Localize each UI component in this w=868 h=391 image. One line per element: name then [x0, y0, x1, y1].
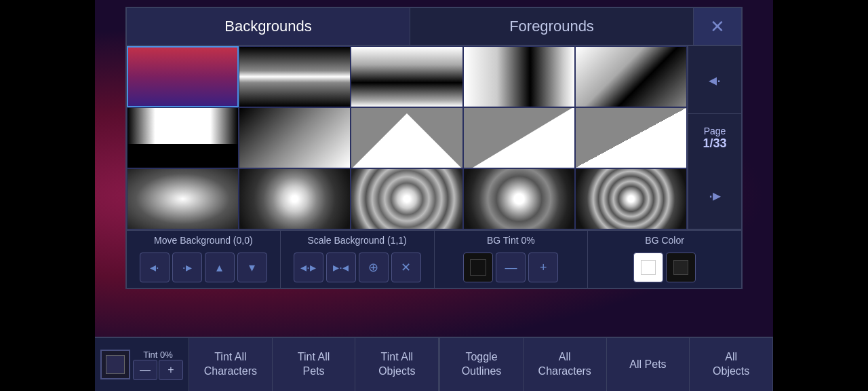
grid-cell-8[interactable]: [463, 107, 575, 168]
grid-side-nav: ◂· Page 1/33 ·▸: [687, 46, 741, 229]
bottom-tint-color-button[interactable]: [100, 350, 130, 379]
controls-section: Move Background (0,0) ◂· ·▸ ▴ ▾ Scale Ba…: [125, 231, 743, 289]
move-bg-label: Move Background (0,0): [151, 231, 256, 250]
tint-increase-button[interactable]: +: [528, 253, 558, 282]
tint-all-pets-button[interactable]: Tint AllPets: [273, 338, 356, 391]
scale-bg-label: Scale Background (1,1): [304, 231, 409, 250]
prev-page-button[interactable]: ◂·: [688, 46, 741, 114]
page-indicator: Page 1/33: [703, 114, 726, 162]
grid-cell-12[interactable]: [351, 168, 462, 229]
tint-all-characters-button[interactable]: Tint AllCharacters: [189, 338, 273, 391]
bg-tint-buttons: — +: [458, 250, 564, 288]
all-objects-button[interactable]: AllObjects: [690, 338, 773, 391]
all-characters-button[interactable]: AllCharacters: [524, 338, 607, 391]
grid-cell-7[interactable]: [351, 107, 462, 168]
bottom-tint-increase[interactable]: +: [159, 360, 183, 380]
scale-h-expand-button[interactable]: ◂·▸: [294, 253, 323, 282]
close-button[interactable]: ✕: [694, 8, 741, 45]
bottom-bar: Tint 0% — + Tint AllCharacters Tint AllP…: [95, 337, 773, 391]
bottom-tint-decrease[interactable]: —: [133, 360, 157, 380]
next-page-button[interactable]: ·▸: [688, 162, 741, 229]
grid-cell-9[interactable]: [575, 107, 687, 168]
scale-bg-buttons: ◂·▸ ▸·◂ ⊕ ✕: [288, 250, 427, 288]
grid-cell-5[interactable]: [127, 107, 239, 168]
background-grid: [127, 46, 687, 229]
tab-bar: Backgrounds Foregrounds ✕: [125, 7, 743, 46]
bg-color-white-swatch[interactable]: [633, 253, 663, 282]
scale-v-button[interactable]: ⊕: [359, 253, 389, 282]
main-panel: Backgrounds Foregrounds ✕: [125, 7, 743, 289]
grid-cell-2[interactable]: [351, 46, 462, 107]
toggle-outlines-button[interactable]: ToggleOutlines: [440, 338, 524, 391]
grid-section: ◂· Page 1/33 ·▸: [125, 46, 743, 231]
bg-tint-label: BG Tint 0%: [484, 231, 538, 250]
grid-cell-4[interactable]: [575, 46, 687, 107]
bg-color-label: BG Color: [642, 231, 687, 250]
grid-cell-10[interactable]: [127, 168, 239, 229]
bg-color-black-swatch[interactable]: [666, 253, 696, 282]
bg-color-group: BG Color: [588, 231, 741, 288]
bottom-tint-label: Tint 0%: [143, 350, 173, 360]
grid-cell-0[interactable]: [127, 46, 239, 107]
move-bg-buttons: ◂· ·▸ ▴ ▾: [134, 250, 273, 288]
move-bg-group: Move Background (0,0) ◂· ·▸ ▴ ▾: [127, 231, 281, 288]
grid-cell-3[interactable]: [463, 46, 575, 107]
left-black-bar: [0, 0, 95, 391]
move-down-button[interactable]: ▾: [237, 253, 267, 282]
scale-reset-button[interactable]: ✕: [391, 253, 421, 282]
tint-all-objects-button[interactable]: Tint AllObjects: [355, 338, 439, 391]
grid-cell-14[interactable]: [575, 168, 687, 229]
scale-h-shrink-button[interactable]: ▸·◂: [326, 253, 356, 282]
grid-cell-11[interactable]: [239, 168, 351, 229]
tint-color-swatch[interactable]: [463, 253, 493, 282]
move-right-button[interactable]: ·▸: [172, 253, 202, 282]
bg-tint-group: BG Tint 0% — +: [435, 231, 589, 288]
grid-cell-1[interactable]: [239, 46, 351, 107]
move-left-button[interactable]: ◂·: [140, 253, 170, 282]
tab-backgrounds[interactable]: Backgrounds: [127, 8, 410, 45]
bottom-tint-box: Tint 0% — +: [95, 338, 189, 391]
scale-bg-group: Scale Background (1,1) ◂·▸ ▸·◂ ⊕ ✕: [281, 231, 435, 288]
grid-cell-6[interactable]: [239, 107, 351, 168]
grid-cell-13[interactable]: [463, 168, 575, 229]
right-black-bar: [773, 0, 868, 391]
all-pets-button[interactable]: All Pets: [607, 338, 690, 391]
tab-foregrounds[interactable]: Foregrounds: [410, 8, 694, 45]
move-up-button[interactable]: ▴: [205, 253, 235, 282]
bg-color-swatches: [628, 250, 701, 288]
tint-decrease-button[interactable]: —: [496, 253, 526, 282]
